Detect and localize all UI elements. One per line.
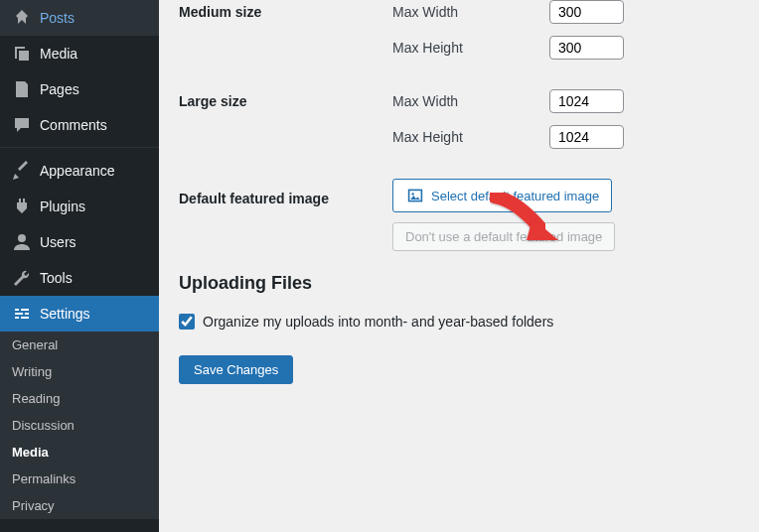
select-default-featured-image-button[interactable]: Select default featured image bbox=[392, 179, 612, 212]
tools-icon bbox=[12, 268, 32, 288]
large-max-width-input[interactable] bbox=[549, 89, 624, 113]
menu-label: Comments bbox=[40, 117, 107, 133]
plugins-icon bbox=[12, 197, 32, 216]
sidebar-item-media[interactable]: Media bbox=[0, 36, 159, 71]
sidebar-item-settings[interactable]: Settings bbox=[0, 296, 159, 332]
medium-size-label: Medium size bbox=[179, 4, 392, 20]
organize-uploads-label: Organize my uploads into month- and year… bbox=[203, 314, 553, 330]
organize-uploads-checkbox[interactable] bbox=[179, 314, 195, 330]
submenu-media[interactable]: Media bbox=[0, 439, 159, 466]
sidebar-item-comments[interactable]: Comments bbox=[0, 107, 159, 143]
menu-label: Posts bbox=[40, 10, 75, 26]
large-maxh-label: Max Height bbox=[392, 129, 539, 145]
sidebar-item-pages[interactable]: Pages bbox=[0, 71, 159, 107]
menu-label: Appearance bbox=[40, 163, 115, 179]
image-icon bbox=[405, 186, 425, 205]
submenu-reading[interactable]: Reading bbox=[0, 385, 159, 412]
menu-label: Settings bbox=[40, 306, 90, 322]
dfi-label: Default featured image bbox=[179, 191, 392, 206]
sidebar-item-posts[interactable]: Posts bbox=[0, 0, 159, 36]
settings-submenu: General Writing Reading Discussion Media… bbox=[0, 332, 159, 519]
select-dfi-label: Select default featured image bbox=[431, 189, 599, 203]
svg-point-0 bbox=[18, 234, 26, 242]
submenu-discussion[interactable]: Discussion bbox=[0, 412, 159, 439]
menu-separator bbox=[0, 143, 159, 148]
default-featured-image-row: Default featured image Select default fe… bbox=[179, 179, 739, 251]
menu-label: Media bbox=[40, 46, 77, 62]
save-changes-button[interactable]: Save Changes bbox=[179, 355, 293, 384]
menu-label: Pages bbox=[40, 81, 79, 97]
sidebar-item-tools[interactable]: Tools bbox=[0, 260, 159, 296]
medium-max-width-input[interactable] bbox=[549, 0, 624, 24]
svg-point-2 bbox=[411, 193, 413, 195]
pin-icon bbox=[12, 8, 32, 28]
menu-label: Users bbox=[40, 234, 76, 250]
medium-maxw-label: Max Width bbox=[392, 4, 539, 20]
submenu-writing[interactable]: Writing bbox=[0, 358, 159, 385]
large-size-label: Large size bbox=[179, 93, 392, 109]
admin-sidebar: Posts Media Pages Comments Appearance Pl… bbox=[0, 0, 159, 532]
organize-uploads-row: Organize my uploads into month- and year… bbox=[179, 314, 739, 330]
remove-dfi-label: Don't use a default featured image bbox=[405, 229, 602, 244]
sidebar-item-users[interactable]: Users bbox=[0, 224, 159, 260]
submenu-permalinks[interactable]: Permalinks bbox=[0, 466, 159, 492]
large-maxw-label: Max Width bbox=[392, 93, 539, 109]
large-size-row: Large size Max Width Max Height bbox=[179, 89, 739, 161]
users-icon bbox=[12, 232, 32, 252]
sidebar-item-plugins[interactable]: Plugins bbox=[0, 189, 159, 224]
medium-size-row: Medium size Max Width Max Height bbox=[179, 0, 739, 71]
remove-default-featured-image-button[interactable]: Don't use a default featured image bbox=[392, 222, 615, 251]
medium-max-height-input[interactable] bbox=[549, 36, 624, 60]
uploading-files-heading: Uploading Files bbox=[179, 273, 739, 294]
medium-maxh-label: Max Height bbox=[392, 40, 539, 56]
settings-icon bbox=[12, 304, 32, 324]
media-icon bbox=[12, 44, 32, 64]
submenu-general[interactable]: General bbox=[0, 332, 159, 358]
large-max-height-input[interactable] bbox=[549, 125, 624, 149]
pages-icon bbox=[12, 79, 32, 99]
comments-icon bbox=[12, 115, 32, 135]
menu-label: Tools bbox=[40, 270, 73, 286]
menu-label: Plugins bbox=[40, 199, 85, 214]
settings-content: Medium size Max Width Max Height Large s… bbox=[159, 0, 759, 532]
sidebar-item-appearance[interactable]: Appearance bbox=[0, 153, 159, 189]
appearance-icon bbox=[12, 161, 32, 181]
submenu-privacy[interactable]: Privacy bbox=[0, 492, 159, 519]
